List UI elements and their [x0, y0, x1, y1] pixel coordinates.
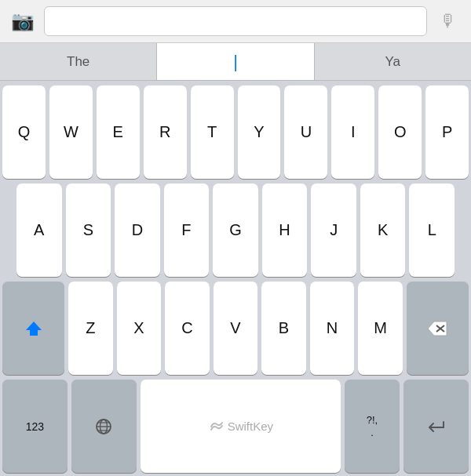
camera-button[interactable]: 📷 — [8, 6, 38, 36]
suggestion-middle[interactable]: | — [156, 43, 314, 80]
key-s[interactable]: S — [66, 183, 111, 277]
mic-icon: 🎙 — [440, 11, 457, 31]
key-y[interactable]: Y — [238, 85, 281, 179]
camera-icon: 📷 — [11, 10, 35, 32]
punctuation-key[interactable]: ?!, . — [345, 380, 400, 473]
key-o[interactable]: O — [378, 85, 422, 179]
suggestion-left[interactable]: The — [0, 43, 156, 80]
key-w[interactable]: W — [49, 85, 93, 179]
key-f[interactable]: F — [164, 183, 210, 277]
key-g[interactable]: G — [213, 183, 258, 277]
suggestions-bar: The | Ya — [0, 43, 471, 81]
backspace-key[interactable] — [407, 282, 469, 375]
key-r[interactable]: R — [144, 85, 187, 179]
key-p[interactable]: P — [425, 85, 469, 179]
shift-key[interactable] — [2, 282, 64, 375]
svg-marker-0 — [26, 322, 42, 336]
top-bar: 📷 🎙 — [0, 0, 471, 43]
globe-key[interactable] — [71, 380, 137, 473]
key-q[interactable]: Q — [2, 85, 46, 179]
key-l[interactable]: L — [409, 183, 455, 277]
return-icon — [426, 419, 447, 434]
key-b[interactable]: B — [261, 282, 306, 375]
space-key[interactable]: SwiftKey — [141, 380, 341, 473]
key-d[interactable]: D — [115, 183, 160, 277]
key-x[interactable]: X — [117, 282, 162, 375]
key-k[interactable]: K — [360, 183, 406, 277]
key-i[interactable]: I — [331, 85, 374, 179]
key-row-4: 123 SwiftKey ?!, . — [2, 380, 469, 473]
numbers-key[interactable]: 123 — [2, 380, 68, 473]
key-h[interactable]: H — [262, 183, 308, 277]
key-v[interactable]: V — [214, 282, 258, 375]
swiftkey-logo: SwiftKey — [208, 420, 273, 434]
return-key[interactable] — [403, 380, 469, 473]
key-z[interactable]: Z — [68, 282, 113, 375]
key-u[interactable]: U — [284, 85, 327, 179]
key-m[interactable]: M — [358, 282, 403, 375]
mic-button[interactable]: 🎙 — [433, 6, 463, 36]
shift-icon — [25, 320, 42, 337]
swiftkey-brand-icon — [208, 420, 225, 434]
keyboard: Q W E R T Y U I O P A S D F G H J K L Z … — [0, 81, 471, 476]
key-e[interactable]: E — [97, 85, 140, 179]
key-row-2: A S D F G H J K L — [2, 183, 469, 277]
key-n[interactable]: N — [310, 282, 355, 375]
key-row-3: Z X C V B N M — [2, 282, 469, 375]
text-input[interactable] — [44, 6, 427, 36]
globe-icon — [94, 417, 113, 436]
key-a[interactable]: A — [16, 183, 62, 277]
key-j[interactable]: J — [311, 183, 356, 277]
backspace-icon — [427, 321, 447, 336]
key-row-1: Q W E R T Y U I O P — [2, 85, 469, 179]
suggestion-right[interactable]: Ya — [315, 43, 471, 80]
key-c[interactable]: C — [165, 282, 210, 375]
key-t[interactable]: T — [191, 85, 234, 179]
